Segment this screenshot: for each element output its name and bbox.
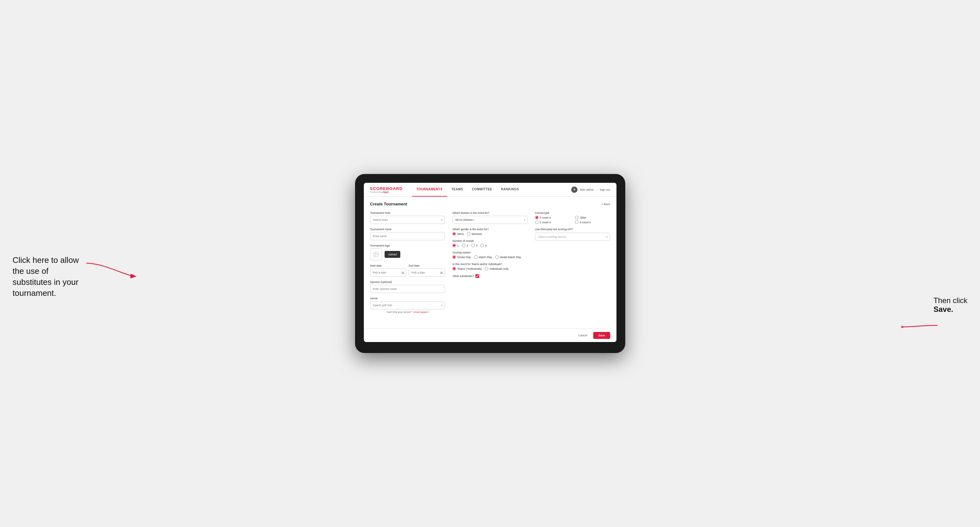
- calendar-icon: ▦: [402, 271, 404, 274]
- rounds-4-radio[interactable]: [480, 244, 484, 247]
- venue-wrapper: ▾: [370, 301, 445, 310]
- gender-group: Which gender is the event for? Mens Wome…: [452, 228, 528, 235]
- format-6count5-option[interactable]: 6 count 5: [575, 221, 610, 224]
- tournament-name-label: Tournament name: [370, 228, 445, 231]
- form-grid: Tournament Host ▾ Tournament name Tourna: [370, 211, 610, 317]
- gender-mens-radio[interactable]: [452, 232, 456, 235]
- format-other-option[interactable]: Other: [575, 216, 610, 219]
- sponsor-input[interactable]: [370, 285, 445, 293]
- email-support-link[interactable]: email support: [413, 311, 428, 313]
- start-date-label: Start date: [370, 264, 406, 267]
- tournament-logo-group: Tournament logo Upload: [370, 244, 445, 260]
- scoring-stroke-option[interactable]: Stroke Play: [452, 256, 471, 259]
- event-type-group: Is this event for Teams and/or Individua…: [452, 263, 528, 270]
- upload-button[interactable]: Upload: [385, 251, 401, 258]
- scoring-match-option[interactable]: Match Play: [474, 256, 492, 259]
- user-menu: B blair admin | Sign out: [571, 187, 610, 193]
- format-5count4-radio[interactable]: [535, 216, 539, 219]
- division-select[interactable]: NCAA Division I: [452, 216, 528, 224]
- nav-rankings[interactable]: RANKINGS: [497, 183, 523, 197]
- calendar-icon-end: ▦: [440, 271, 443, 274]
- format-6count5-radio[interactable]: [575, 221, 578, 224]
- cancel-button[interactable]: Cancel: [575, 332, 590, 338]
- right-arrow: [902, 317, 939, 333]
- scoring-stroke-radio[interactable]: [452, 256, 456, 259]
- event-teams-option[interactable]: Teams (+Individuals): [452, 267, 482, 270]
- venue-group: Venue ▾ Can't find your venue? email sup…: [370, 297, 445, 313]
- scoring-system-group: Scoring system Stroke Play Match Play: [452, 251, 528, 259]
- form-col-2: Which division is the event for? NCAA Di…: [452, 211, 528, 317]
- gender-radio-group: Mens Womens: [452, 232, 528, 235]
- sign-out-link[interactable]: Sign out: [600, 188, 610, 191]
- tournament-host-input[interactable]: [370, 216, 445, 224]
- tournament-host-wrapper: ▾: [370, 216, 445, 224]
- venue-hint: Can't find your venue? email support: [370, 311, 445, 313]
- rounds-4-option[interactable]: 4: [480, 244, 487, 247]
- date-row: Start date ▦ End date ▦: [370, 264, 445, 277]
- rounds-2-option[interactable]: 2: [462, 244, 468, 247]
- event-individuals-option[interactable]: Individuals Only: [485, 267, 508, 270]
- navigation: SCOREBOARD Powered by clippd TOURNAMENTS…: [364, 183, 616, 197]
- footer-bar: Cancel Save: [364, 329, 616, 342]
- gender-womens-radio[interactable]: [467, 232, 470, 235]
- format-type-group: Format type 5 count 4 Other: [535, 211, 610, 224]
- rounds-group: Number of rounds 1 2: [452, 239, 528, 247]
- scoring-service-wrapper: Select a scoring service ▾: [535, 233, 610, 241]
- event-type-label: Is this event for Teams and/or Individua…: [452, 263, 528, 266]
- back-link[interactable]: < Back: [601, 203, 610, 206]
- scoring-service-select[interactable]: Select a scoring service: [535, 233, 610, 241]
- format-5count4-option[interactable]: 5 count 4: [535, 216, 570, 219]
- end-date-input[interactable]: [409, 268, 445, 277]
- tournament-name-input[interactable]: [370, 232, 445, 240]
- left-arrow: [85, 260, 138, 279]
- end-date-wrapper: ▦: [409, 268, 445, 277]
- scoring-system-label: Scoring system: [452, 251, 528, 254]
- rounds-1-option[interactable]: 1: [452, 244, 459, 247]
- scoring-medal-option[interactable]: Medal Match Play: [495, 256, 521, 259]
- right-annotation: Then click Save.: [934, 296, 967, 314]
- allow-substitutes-checkbox[interactable]: [476, 274, 479, 278]
- nav-tournaments[interactable]: TOURNAMENTS: [412, 183, 447, 197]
- third-party-label: Use third-party live scoring API?: [535, 228, 610, 231]
- tablet-device: SCOREBOARD Powered by clippd TOURNAMENTS…: [355, 174, 625, 353]
- rounds-3-radio[interactable]: [471, 244, 475, 247]
- rounds-3-option[interactable]: 3: [471, 244, 477, 247]
- format-6count4-option[interactable]: 6 count 4: [535, 221, 570, 224]
- avatar: B: [571, 187, 578, 193]
- nav-teams[interactable]: TEAMS: [447, 183, 468, 197]
- start-date-group: Start date ▦: [370, 264, 406, 277]
- rounds-1-radio[interactable]: [452, 244, 456, 247]
- page-title: Create Tournament: [370, 202, 407, 206]
- logo-preview: [370, 248, 382, 260]
- rounds-label: Number of rounds: [452, 239, 528, 243]
- format-6count4-radio[interactable]: [535, 221, 539, 224]
- end-date-label: End date: [409, 264, 445, 267]
- user-name: blair admin: [580, 188, 594, 191]
- format-other-radio[interactable]: [575, 216, 578, 219]
- app-logo: SCOREBOARD Powered by clippd: [370, 186, 403, 193]
- form-col-1: Tournament Host ▾ Tournament name Tourna: [370, 211, 445, 317]
- event-teams-radio[interactable]: [452, 267, 456, 270]
- start-date-input[interactable]: [370, 268, 406, 277]
- scoring-match-radio[interactable]: [474, 256, 477, 259]
- save-button[interactable]: Save: [593, 332, 610, 339]
- scoring-medal-radio[interactable]: [495, 256, 499, 259]
- tournament-logo-label: Tournament logo: [370, 244, 445, 247]
- gender-womens-option[interactable]: Womens: [467, 232, 482, 235]
- rounds-2-radio[interactable]: [462, 244, 465, 247]
- division-wrapper: NCAA Division I ▾: [452, 216, 528, 224]
- sponsor-group: Sponsor (optional): [370, 281, 445, 293]
- end-date-group: End date ▦: [409, 264, 445, 277]
- tournament-name-group: Tournament name: [370, 228, 445, 240]
- tournament-host-label: Tournament Host: [370, 211, 445, 214]
- svg-point-1: [375, 253, 375, 254]
- gender-mens-option[interactable]: Mens: [452, 232, 464, 235]
- event-type-radio-group: Teams (+Individuals) Individuals Only: [452, 267, 528, 270]
- left-annotation: Click here to allow the use of substitut…: [13, 255, 85, 299]
- format-options-group: 5 count 4 Other 6 count 4: [535, 216, 610, 224]
- nav-committee[interactable]: COMMITTEE: [468, 183, 497, 197]
- allow-substitutes-group: Allow substitutes?: [452, 274, 528, 278]
- event-individuals-radio[interactable]: [485, 267, 488, 270]
- venue-input[interactable]: [370, 301, 445, 310]
- nav-links: TOURNAMENTS TEAMS COMMITTEE RANKINGS: [412, 183, 571, 197]
